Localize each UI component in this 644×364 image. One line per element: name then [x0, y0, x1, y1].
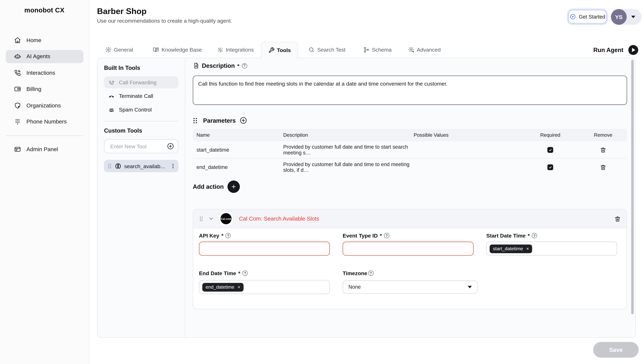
get-started-label: Get Started — [579, 14, 605, 20]
api-key-label: API Key — [199, 232, 219, 239]
sidebar-item-label: Interactions — [26, 70, 55, 76]
search-icon — [309, 47, 315, 53]
required-checkbox[interactable] — [548, 147, 553, 153]
scrollbar-thumb[interactable] — [631, 60, 634, 314]
tool-call-forwarding[interactable]: Call Forwarding — [104, 77, 178, 88]
tab-advanced[interactable]: Advanced — [408, 47, 441, 53]
play-icon[interactable] — [628, 45, 638, 55]
add-tool-icon[interactable] — [167, 143, 174, 150]
robot-icon — [14, 53, 21, 60]
description-textarea[interactable]: Call this function to find free meeting … — [193, 76, 627, 105]
grid-dots-icon[interactable] — [193, 117, 199, 124]
trash-icon[interactable] — [600, 164, 606, 170]
end-datetime-chip: end_datetime × — [202, 283, 244, 291]
admin-panel-icon — [14, 146, 21, 153]
required-asterisk: * — [380, 232, 382, 239]
sidebar-item-ai-agents[interactable]: AI Agents — [6, 50, 84, 63]
sidebar-item-label: Organizations — [26, 102, 61, 108]
kebab-menu-icon[interactable] — [170, 163, 176, 169]
home-icon — [14, 37, 21, 44]
end-date-time-label: End Date Time — [199, 270, 236, 276]
tab-knowledge-base[interactable]: Knowledge Base — [153, 47, 202, 53]
tool-terminate-call[interactable]: Terminate Call — [104, 90, 178, 102]
sidebar-item-home[interactable]: Home — [6, 34, 84, 47]
event-type-id-label-row: Event Type ID * ? — [342, 232, 389, 239]
action-card-header: Cal.com Cal Com: Search Available Slots — [193, 209, 627, 228]
compass-icon — [570, 14, 576, 20]
action-title[interactable]: Cal Com: Search Available Slots — [239, 216, 319, 222]
trash-icon[interactable] — [614, 215, 621, 222]
tab-schema[interactable]: Schema — [363, 47, 392, 53]
tab-label: Tools — [277, 47, 291, 53]
chip-remove-icon[interactable]: × — [526, 246, 529, 251]
dialpad-icon — [14, 118, 21, 125]
custom-tool-item[interactable]: search_availab... — [104, 160, 178, 172]
main-area: Barber Shop Use our recommendations to c… — [89, 0, 644, 364]
chevron-down-icon[interactable] — [208, 216, 214, 222]
shield-icon — [14, 102, 21, 109]
add-action-button[interactable] — [228, 180, 240, 193]
tab-integrations[interactable]: Integrations — [217, 47, 254, 53]
drag-handle-icon[interactable] — [108, 163, 112, 169]
tool-spam-control[interactable]: Spam Control — [104, 104, 178, 116]
document-icon — [193, 62, 199, 69]
sidebar: monobot CX Home AI Agents Interactions B… — [0, 0, 89, 364]
save-button[interactable]: Save — [593, 342, 639, 358]
user-menu[interactable]: YS — [611, 9, 642, 25]
event-type-id-input[interactable] — [342, 242, 474, 256]
sidebar-item-billing[interactable]: Billing — [6, 82, 84, 96]
end-date-time-input[interactable]: end_datetime × — [199, 280, 330, 294]
add-parameter-icon[interactable] — [240, 116, 247, 124]
sidebar-item-admin-panel[interactable]: Admin Panel — [6, 143, 84, 156]
param-name: start_datetime — [193, 147, 280, 153]
wrench-icon — [268, 47, 274, 53]
chevron-down-icon — [468, 286, 472, 288]
sidebar-item-interactions[interactable]: Interactions — [6, 66, 84, 79]
sidebar-item-label: Admin Panel — [26, 146, 58, 152]
chip-remove-icon[interactable]: × — [238, 285, 240, 289]
start-datetime-chip: start_datetime × — [490, 244, 532, 253]
tab-search-test[interactable]: Search Test — [309, 47, 346, 53]
trash-icon[interactable] — [600, 146, 606, 153]
start-date-time-label-row: Start Date Time * ? — [486, 232, 537, 239]
tab-label: Search Test — [317, 47, 346, 53]
phone-forward-icon — [108, 79, 115, 86]
spark-icon — [217, 47, 223, 53]
run-agent-button[interactable]: Run Agent — [593, 45, 644, 55]
book-icon — [153, 47, 159, 53]
help-icon[interactable]: ? — [242, 63, 247, 68]
sidebar-item-organizations[interactable]: Organizations — [6, 99, 84, 112]
col-header-name: Name — [193, 132, 280, 138]
col-header-description: Description — [280, 132, 410, 138]
timezone-select[interactable]: None — [342, 280, 478, 294]
tools-divider — [104, 121, 178, 121]
help-icon[interactable]: ? — [384, 233, 389, 238]
get-started-button[interactable]: Get Started — [568, 10, 606, 24]
start-date-time-input[interactable]: start_datetime × — [486, 242, 617, 256]
help-icon[interactable]: ? — [226, 233, 231, 238]
required-asterisk: * — [237, 63, 239, 69]
help-icon[interactable]: ? — [242, 271, 248, 276]
phone-call-icon — [14, 69, 21, 76]
new-tool-input[interactable] — [110, 143, 167, 150]
end-date-time-label-row: End Date Time * ? — [199, 270, 248, 276]
required-checkbox[interactable] — [548, 164, 553, 170]
timezone-label: Timezone — [342, 270, 367, 276]
app: monobot CX Home AI Agents Interactions B… — [0, 0, 644, 364]
drag-handle-icon[interactable] — [199, 216, 204, 222]
event-type-id-label: Event Type ID — [342, 232, 378, 239]
wallet-icon — [14, 86, 21, 93]
help-icon[interactable]: ? — [532, 233, 537, 238]
tab-label: Schema — [372, 47, 392, 53]
chip-label: end_datetime — [206, 284, 234, 290]
api-key-input[interactable] — [199, 242, 330, 256]
help-icon[interactable]: ? — [368, 271, 374, 276]
description-header: Description* ? — [193, 62, 247, 69]
required-asterisk: * — [238, 270, 240, 276]
timezone-label-row: Timezone ? — [342, 270, 374, 276]
required-asterisk: * — [222, 232, 224, 239]
custom-tool-name: search_availab... — [124, 163, 167, 169]
tab-tools[interactable]: Tools — [261, 42, 298, 59]
sidebar-item-phone-numbers[interactable]: Phone Numbers — [6, 115, 84, 128]
tab-general[interactable]: General — [105, 47, 133, 53]
